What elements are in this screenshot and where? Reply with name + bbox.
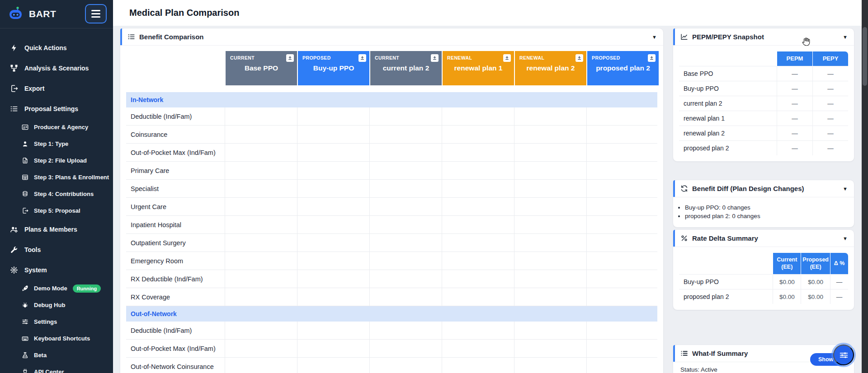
benefit-value-cell[interactable] (586, 322, 659, 339)
benefit-value-cell[interactable] (442, 144, 514, 161)
benefit-value-cell[interactable] (586, 180, 659, 197)
page-scrollbar-thumb[interactable] (863, 27, 867, 86)
benefit-value-cell[interactable] (225, 358, 297, 373)
benefit-value-cell[interactable] (514, 358, 586, 373)
sidebar-item-export[interactable]: Export (0, 78, 113, 98)
export-plan-icon[interactable] (431, 54, 439, 62)
sidebar-item-system[interactable]: System (0, 260, 113, 280)
benefit-value-cell[interactable] (225, 126, 297, 143)
benefit-value-cell[interactable] (514, 216, 586, 233)
sidebar-item-api-center[interactable]: API Center (0, 364, 113, 373)
benefit-value-cell[interactable] (369, 126, 442, 143)
rate-delta-header[interactable]: Rate Delta Summary ▼ (673, 230, 854, 247)
benefit-value-cell[interactable] (297, 107, 369, 125)
benefit-value-cell[interactable] (514, 234, 586, 252)
benefit-value-cell[interactable] (225, 180, 297, 197)
benefit-value-cell[interactable] (225, 107, 297, 125)
benefit-value-cell[interactable] (442, 107, 514, 125)
benefit-value-cell[interactable] (586, 144, 659, 161)
benefit-value-cell[interactable] (442, 322, 514, 339)
sidebar-item-step-2-file-upload[interactable]: Step 2: File Upload (0, 152, 113, 169)
benefit-value-cell[interactable] (297, 216, 369, 233)
benefit-value-cell[interactable] (225, 288, 297, 306)
export-plan-icon[interactable] (576, 54, 583, 62)
benefit-value-cell[interactable] (586, 358, 659, 373)
benefit-value-cell[interactable] (442, 358, 514, 373)
benefit-value-cell[interactable] (442, 234, 514, 252)
sidebar-item-quick-actions[interactable]: Quick Actions (0, 37, 113, 58)
benefit-value-cell[interactable] (514, 144, 586, 161)
sidebar-item-demo-mode[interactable]: Demo ModeRunning (0, 280, 113, 297)
collapse-caret-icon[interactable]: ▼ (843, 186, 848, 191)
benefit-value-cell[interactable] (297, 288, 369, 306)
benefit-value-cell[interactable] (586, 340, 659, 357)
benefit-value-cell[interactable] (297, 180, 369, 197)
benefit-value-cell[interactable] (514, 180, 586, 197)
benefit-value-cell[interactable] (369, 144, 442, 161)
export-plan-icon[interactable] (286, 54, 294, 62)
collapse-caret-icon[interactable]: ▼ (652, 34, 657, 40)
benefit-comparison-header[interactable]: Benefit Comparison ▼ (120, 28, 663, 46)
benefit-value-cell[interactable] (514, 126, 586, 143)
benefit-value-cell[interactable] (225, 198, 297, 215)
benefit-value-cell[interactable] (586, 252, 659, 270)
benefit-value-cell[interactable] (297, 270, 369, 288)
benefit-value-cell[interactable] (369, 198, 442, 215)
benefit-diff-header[interactable]: Benefit Diff (Plan Design Changes) ▼ (673, 180, 854, 197)
benefit-value-cell[interactable] (225, 144, 297, 161)
benefit-value-cell[interactable] (225, 252, 297, 270)
benefit-value-cell[interactable] (369, 252, 442, 270)
benefit-value-cell[interactable] (514, 162, 586, 179)
benefit-value-cell[interactable] (442, 180, 514, 197)
sidebar-item-keyboard-shortcuts[interactable]: Keyboard Shortcuts (0, 330, 113, 347)
benefit-value-cell[interactable] (514, 270, 586, 288)
benefit-value-cell[interactable] (225, 270, 297, 288)
benefit-value-cell[interactable] (225, 216, 297, 233)
benefit-value-cell[interactable] (369, 216, 442, 233)
benefit-value-cell[interactable] (297, 144, 369, 161)
sidebar-item-step-3-plans-enrollment[interactable]: Step 3: Plans & Enrollment (0, 169, 113, 186)
benefit-value-cell[interactable] (297, 234, 369, 252)
export-plan-icon[interactable] (359, 54, 366, 62)
benefit-value-cell[interactable] (586, 216, 659, 233)
benefit-value-cell[interactable] (369, 358, 442, 373)
collapse-caret-icon[interactable]: ▼ (843, 236, 848, 241)
benefit-value-cell[interactable] (586, 288, 659, 306)
benefit-value-cell[interactable] (369, 322, 442, 339)
benefit-value-cell[interactable] (369, 288, 442, 306)
benefit-value-cell[interactable] (369, 270, 442, 288)
sidebar-item-step-5-proposal[interactable]: Step 5: Proposal (0, 202, 113, 219)
pepm-pepy-header[interactable]: PEPM/PEPY Snapshot ▼ (673, 28, 854, 46)
sidebar-item-debug-hub[interactable]: Debug Hub (0, 297, 113, 313)
sidebar-item-analysis-scenarios[interactable]: Analysis & Scenarios (0, 58, 113, 78)
sidebar-toggle-button[interactable] (85, 4, 107, 23)
sidebar-item-beta[interactable]: Beta (0, 347, 113, 364)
quick-settings-fab[interactable] (833, 345, 854, 365)
benefit-value-cell[interactable] (586, 234, 659, 252)
benefit-value-cell[interactable] (297, 162, 369, 179)
benefit-value-cell[interactable] (586, 107, 659, 125)
benefit-value-cell[interactable] (514, 252, 586, 270)
benefit-value-cell[interactable] (369, 107, 442, 125)
benefit-value-cell[interactable] (514, 198, 586, 215)
benefit-value-cell[interactable] (442, 288, 514, 306)
benefit-value-cell[interactable] (514, 340, 586, 357)
sidebar-item-tools[interactable]: Tools (0, 239, 113, 260)
sidebar-item-plans-members[interactable]: Plans & Members (0, 219, 113, 239)
benefit-value-cell[interactable] (225, 234, 297, 252)
benefit-value-cell[interactable] (442, 216, 514, 233)
benefit-value-cell[interactable] (514, 322, 586, 339)
benefit-value-cell[interactable] (369, 340, 442, 357)
benefit-value-cell[interactable] (442, 340, 514, 357)
benefit-value-cell[interactable] (369, 234, 442, 252)
benefit-value-cell[interactable] (369, 180, 442, 197)
benefit-value-cell[interactable] (297, 322, 369, 339)
benefit-value-cell[interactable] (514, 107, 586, 125)
page-scrollbar-track[interactable] (862, 0, 868, 373)
sidebar-item-step-1-type[interactable]: Step 1: Type (0, 135, 113, 152)
sidebar-item-settings[interactable]: Settings (0, 313, 113, 330)
benefit-value-cell[interactable] (297, 126, 369, 143)
benefit-value-cell[interactable] (442, 198, 514, 215)
benefit-value-cell[interactable] (586, 162, 659, 179)
benefit-value-cell[interactable] (442, 270, 514, 288)
